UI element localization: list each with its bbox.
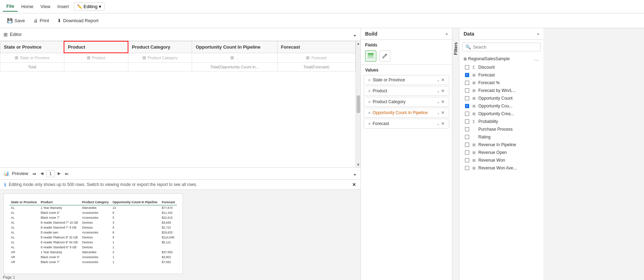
svg-rect-0	[368, 53, 374, 55]
scroll-thumb[interactable]	[357, 95, 360, 113]
field-checkbox[interactable]	[465, 150, 469, 155]
field-checkbox[interactable]	[465, 119, 469, 124]
chevron-down-icon[interactable]: ⌄	[437, 111, 440, 115]
field-item[interactable]: Rating	[459, 133, 543, 141]
scroll-down-icon[interactable]: ▼	[357, 163, 360, 167]
field-checkbox[interactable]	[465, 65, 469, 69]
preview-collapse-button[interactable]: ⌄	[352, 170, 357, 177]
build-value-item[interactable]: ≡ Product Category ⌄ ✕	[364, 97, 449, 107]
field-item[interactable]: ⊞ Revenue Won Ave...	[459, 164, 543, 172]
main-layout: ⊞ Editor ⌄ State or Province Product	[0, 28, 644, 280]
field-item[interactable]: ⊞ Opportunity Cou...	[459, 102, 543, 110]
close-icon[interactable]: ✕	[441, 99, 445, 104]
build-table-icon[interactable]	[365, 50, 376, 62]
col-header-forecast[interactable]: Forecast	[277, 41, 355, 53]
field-item[interactable]: ⊞ Revenue In Pipeline	[459, 141, 543, 149]
filters-label[interactable]: Filters	[453, 42, 458, 55]
field-item[interactable]: ⊞ Revenue Open	[459, 149, 543, 156]
nav-first-button[interactable]: ⏮	[31, 171, 38, 176]
data-panel: Data » 🔍 ⊞ RegionalSalesSample … Σ Disco…	[459, 28, 543, 280]
close-icon[interactable]: ✕	[441, 77, 445, 82]
download-button[interactable]: ⬇ Download Report	[54, 17, 102, 25]
data-expand-icon[interactable]: »	[537, 32, 539, 36]
search-input[interactable]	[473, 45, 537, 50]
field-checkbox[interactable]	[465, 88, 469, 93]
field-checkbox[interactable]	[465, 166, 469, 170]
notice-close-button[interactable]: ✕	[352, 182, 356, 187]
editor-collapse-button[interactable]: ⌄	[352, 31, 357, 38]
field-item[interactable]: Purchase Process	[459, 125, 543, 133]
nav-last-button[interactable]: ⏭	[63, 171, 70, 176]
editor-title: Editor	[10, 32, 22, 37]
field-item[interactable]: ⊞ Revenue Won	[459, 156, 543, 164]
page-number[interactable]: 1	[46, 170, 55, 177]
build-fields-label: Fields	[361, 40, 452, 49]
close-icon[interactable]: ✕	[441, 121, 445, 126]
editor-scrollbar[interactable]: ▲ ▼	[356, 41, 361, 167]
close-icon[interactable]: ✕	[441, 88, 445, 93]
menu-insert[interactable]: Insert	[54, 2, 72, 11]
field-item[interactable]: ⊞ Forecast	[459, 71, 543, 79]
search-icon: 🔍	[465, 44, 471, 50]
chevron-down-icon[interactable]: ⌄	[437, 78, 440, 82]
field-checkbox[interactable]	[465, 96, 469, 100]
col-header-pipeline[interactable]: Opportunity Count In Pipeline	[192, 41, 277, 53]
build-expand-icon[interactable]: »	[446, 32, 448, 36]
filters-panel[interactable]: Filters	[452, 28, 459, 280]
field-name: Forecast %	[478, 80, 500, 85]
editor-grid-icon: ⊞	[4, 32, 8, 37]
data-source-icon: ⊞	[464, 57, 467, 61]
field-checkbox[interactable]	[465, 104, 469, 108]
menu-home[interactable]: Home	[18, 2, 37, 11]
build-value-item[interactable]: ≡ Forecast ⌄ ✕	[364, 119, 449, 129]
preview-table-row: ALE-reader Standard 6" 8 GBDevices1	[9, 245, 177, 250]
field-checkbox[interactable]	[465, 127, 469, 131]
field-type-icon: Σ	[471, 119, 476, 124]
data-source-menu-icon[interactable]: …	[534, 56, 539, 62]
scroll-up-icon[interactable]: ▲	[357, 42, 360, 45]
page-label: Page 1	[3, 275, 15, 279]
field-item[interactable]: ⊞ Opportunity Count	[459, 94, 543, 102]
preview-table-row: ARBlack cover 7"Accessories1$7,562	[9, 260, 177, 265]
field-name: Purchase Process	[478, 127, 512, 132]
field-checkbox[interactable]	[465, 143, 469, 147]
field-type-icon: ⊞	[471, 158, 476, 163]
field-item[interactable]: Σ Probability	[459, 118, 543, 125]
field-item[interactable]: ⊞ Forecast %	[459, 79, 543, 87]
chevron-down-icon[interactable]: ⌄	[437, 100, 440, 104]
preview-col-pipeline: Opportunity Count In Pipeline	[111, 199, 160, 205]
editing-button[interactable]: ✏️ Editing ▾	[74, 2, 105, 11]
search-box[interactable]: 🔍	[462, 43, 541, 51]
build-value-item[interactable]: ≡ State or Province ⌄ ✕	[364, 75, 449, 85]
field-checkbox[interactable]	[465, 73, 469, 77]
col-header-product[interactable]: Product	[64, 41, 128, 53]
close-icon[interactable]: ✕	[441, 110, 445, 115]
nav-prev-button[interactable]: ◀	[39, 170, 45, 176]
save-button[interactable]: 💾 Save	[4, 17, 28, 25]
field-item[interactable]: ⊞ Opportunity Crea...	[459, 110, 543, 118]
editor-table-wrapper[interactable]: State or Province Product Product Catego…	[0, 41, 361, 167]
print-button[interactable]: 🖨 Print	[30, 17, 53, 25]
menu-file[interactable]: File	[3, 1, 18, 12]
field-item[interactable]: ⊞ Forecast by Win/L...	[459, 87, 543, 94]
data-title: Data	[464, 31, 474, 37]
menu-view[interactable]: View	[37, 2, 54, 11]
preview-table-row: ALE-reader Diamond 7" 16 GBDevices3$3,64…	[9, 220, 177, 225]
field-checkbox[interactable]	[465, 112, 469, 116]
col-header-state[interactable]: State or Province	[0, 41, 64, 53]
chevron-down-icon[interactable]: ⌄	[437, 122, 440, 126]
col-header-category[interactable]: Product Category	[128, 41, 192, 53]
field-checkbox[interactable]	[465, 158, 469, 162]
build-value-item[interactable]: ≡ Product ⌄ ✕	[364, 86, 449, 96]
editor-header: ⊞ Editor ⌄	[0, 28, 361, 41]
preview-table-row: AR1 Year WarrantyWarranties2$37,550	[9, 250, 177, 255]
chevron-down-icon[interactable]: ⌄	[437, 89, 440, 93]
right-panels: Build » Fields Values ≡ State or Provinc…	[361, 28, 543, 280]
build-value-item[interactable]: ≡ Opportunity Count In Pipeline ⌄ ✕	[364, 108, 449, 118]
preview-content[interactable]: State or Province Product Product Catego…	[0, 190, 361, 278]
nav-next-button[interactable]: ▶	[56, 170, 62, 176]
field-item[interactable]: Σ Discount	[459, 63, 543, 71]
build-edit-icon[interactable]	[379, 50, 390, 62]
field-checkbox[interactable]	[465, 81, 469, 85]
field-checkbox[interactable]	[465, 135, 469, 139]
